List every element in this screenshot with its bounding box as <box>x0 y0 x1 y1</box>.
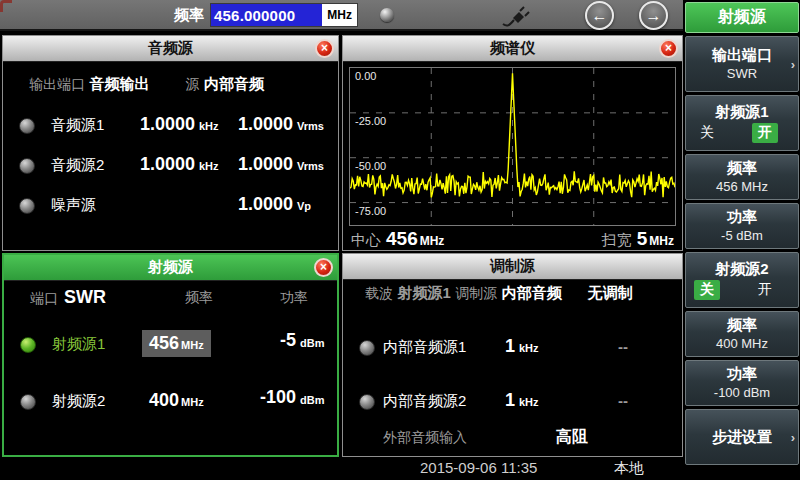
softkey-rf-source1-toggle[interactable]: 射频源1 关 开 <box>685 95 799 151</box>
frequency-unit: MHz <box>322 4 357 26</box>
rf-source1-freq-value: 456 <box>149 333 179 353</box>
source-value[interactable]: 内部音频 <box>204 75 264 94</box>
rf-columns-row: 端口 SWR 频率 功率 <box>4 284 337 314</box>
softkey-value: 456 MHz <box>716 178 768 196</box>
int-audio1-depth: -- <box>598 338 648 355</box>
spectrum-title: 频谱仪 <box>343 39 682 58</box>
toggle-on-label[interactable]: 开 <box>752 123 778 143</box>
ext-audio-row: 外部音频输入 高阻 <box>343 423 682 453</box>
port-label: 端口 <box>30 290 58 308</box>
close-icon[interactable]: × <box>314 258 333 277</box>
sidebar-header-rf-source[interactable]: 射频源 <box>685 2 799 33</box>
softkey-rf2-frequency[interactable]: 频率 400 MHz <box>685 311 799 357</box>
softkey-title: 频率 <box>727 158 757 178</box>
arrow-right-icon: → <box>646 7 662 25</box>
radio-noise-source[interactable] <box>19 198 35 214</box>
close-icon[interactable]: × <box>659 39 678 58</box>
audio-source-title: 音频源 <box>3 39 338 58</box>
status-bar: 2015-09-06 11:35 本地 <box>0 457 683 480</box>
softkey-rf1-frequency[interactable]: 频率 456 MHz <box>685 154 799 200</box>
radio-rf-source2[interactable] <box>20 394 36 410</box>
audio-meta-row: 输出端口 音频输出 源 内部音频 <box>29 75 264 94</box>
audio-source-panel: 音频源 × 输出端口 音频输出 源 内部音频 音频源1 1.0000 kHz 1… <box>2 35 339 251</box>
top-bar: 频率 456.000000 MHz ← → <box>0 0 683 31</box>
rf-source1-freq-unit: MHz <box>179 339 204 351</box>
rf-source1-power-unit: dBm <box>298 337 324 349</box>
next-button[interactable]: → <box>639 1 668 30</box>
rf-source1-frequency-field[interactable]: 456MHz <box>142 330 211 357</box>
submenu-arrow-icon: › <box>791 430 795 445</box>
datetime-text: 2015-09-06 11:35 <box>420 459 537 476</box>
softkey-value: 400 MHz <box>716 335 768 353</box>
audio-source2-frequency[interactable]: 1.0000 <box>109 154 195 175</box>
mod-source-panel: 调制源 载波 射频源1 调制源 内部音频 无调制 内部音频源1 1 kHz --… <box>342 253 683 457</box>
frequency-value-selected[interactable]: 456.000000 <box>211 4 322 26</box>
mod-type-value[interactable]: 无调制 <box>588 284 633 303</box>
softkey-title: 射频源2 <box>715 259 768 279</box>
port-value[interactable]: SWR <box>64 287 106 308</box>
rf-source1-power-value[interactable]: -5 <box>210 330 296 351</box>
mod-src-value[interactable]: 内部音频 <box>502 284 562 303</box>
carrier-value[interactable]: 射频源1 <box>397 284 450 303</box>
radio-audio-source1[interactable] <box>19 118 35 134</box>
softkey-sidebar: 射频源 输出端口 SWR › 射频源1 关 开 频率 456 MHz 功率 -5… <box>684 0 800 480</box>
rf-source2-freq-unit: MHz <box>179 396 204 408</box>
status-orb-icon <box>380 8 394 22</box>
rf-source2-frequency-field[interactable]: 400MHz <box>142 387 211 414</box>
rf-source2-power-value[interactable]: -100 <box>210 387 296 408</box>
toggle-off-label[interactable]: 关 <box>694 123 720 143</box>
output-port-label: 输出端口 <box>29 76 85 94</box>
mod-source-title: 调制源 <box>343 257 682 276</box>
int-audio1-row: 内部音频源1 1 kHz -- <box>343 333 682 363</box>
span-value[interactable]: 5 <box>637 228 648 250</box>
toggle-off-label[interactable]: 关 <box>694 280 720 300</box>
audio-source-header: 音频源 × <box>3 36 338 62</box>
spectrum-plot[interactable]: 0.00-25.00-50.00-75.00 <box>349 67 676 226</box>
close-icon[interactable]: × <box>315 39 334 58</box>
freq-column-header: 频率 <box>164 289 234 307</box>
int-audio1-freq-unit: kHz <box>517 342 539 354</box>
softkey-output-port[interactable]: 输出端口 SWR › <box>685 36 799 92</box>
softkey-rf1-power[interactable]: 功率 -5 dBm <box>685 203 799 249</box>
radio-audio-source2[interactable] <box>19 158 35 174</box>
softkey-title: 功率 <box>727 207 757 227</box>
power-column-header: 功率 <box>259 289 329 307</box>
audio-source2-label: 音频源2 <box>51 156 104 175</box>
softkey-rf2-power[interactable]: 功率 -100 dBm <box>685 360 799 406</box>
audio-source1-level-unit: Vrms <box>295 120 324 132</box>
center-freq-label: 中心 <box>351 231 381 250</box>
audio-source1-label: 音频源1 <box>51 116 104 135</box>
radio-int-audio1[interactable] <box>359 340 375 356</box>
audio-source1-frequency[interactable]: 1.0000 <box>109 114 195 135</box>
noise-source-level-unit: Vp <box>295 200 311 212</box>
frequency-input[interactable]: 456.000000 MHz <box>210 3 358 27</box>
audio-source1-level[interactable]: 1.0000 <box>215 114 293 135</box>
rf-source1-row: 射频源1 456MHz -5 dBm <box>4 328 337 362</box>
mod-meta-row: 载波 射频源1 调制源 内部音频 无调制 <box>365 284 633 303</box>
power-plug-icon <box>500 5 532 27</box>
radio-rf-source1-selected[interactable] <box>20 337 36 353</box>
toggle-on-label[interactable]: 开 <box>752 280 778 300</box>
radio-int-audio2[interactable] <box>359 394 375 410</box>
prev-button[interactable]: ← <box>585 1 614 30</box>
carrier-label: 载波 <box>365 285 393 303</box>
int-audio2-freq[interactable]: 1 <box>473 390 515 411</box>
softkey-step-settings[interactable]: 步进设置 › <box>685 409 799 465</box>
softkey-title: 功率 <box>727 364 757 384</box>
audio-source2-level[interactable]: 1.0000 <box>215 154 293 175</box>
noise-source-level[interactable]: 1.0000 <box>215 194 293 215</box>
audio-source2-level-unit: Vrms <box>295 160 324 172</box>
ext-audio-value[interactable]: 高阻 <box>556 427 588 448</box>
spectrum-footer: 中心 456 MHz 扫宽 5 MHz <box>351 228 674 252</box>
spectrum-y-label: -25.00 <box>355 115 386 127</box>
int-audio2-label: 内部音频源2 <box>383 392 466 411</box>
center-freq-value[interactable]: 456 <box>386 228 418 250</box>
rf-source-title: 射频源 <box>4 258 337 277</box>
frequency-label: 频率 <box>156 6 204 25</box>
softkey-rf-source2-toggle[interactable]: 射频源2 关 开 <box>685 252 799 308</box>
instrument-screen: 频率 456.000000 MHz ← → 音频源 × 输出端口 音频输出 <box>0 0 800 480</box>
softkey-title: 输出端口 <box>712 45 772 65</box>
output-port-value[interactable]: 音频输出 <box>89 75 149 94</box>
arrow-left-icon: ← <box>592 7 608 25</box>
int-audio1-freq[interactable]: 1 <box>473 336 515 357</box>
